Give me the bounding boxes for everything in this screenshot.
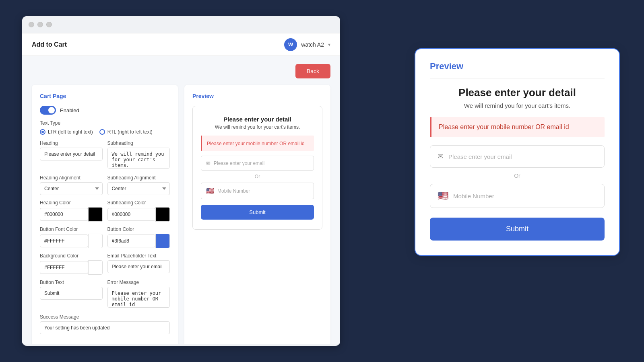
preview-panel-title: Preview (192, 93, 322, 99)
error-message-label: Error Message (107, 280, 170, 285)
subheading-color-swatch[interactable] (155, 207, 170, 222)
back-button[interactable]: Back (295, 64, 330, 78)
heading-color-input[interactable] (40, 208, 88, 221)
chevron-down-icon[interactable]: ▾ (328, 42, 330, 47)
bg-color-row (40, 260, 103, 275)
large-or-divider: Or (430, 173, 605, 179)
large-error-box: Please enter your mobile number OR email… (430, 117, 605, 137)
header-right: W watch A2 ▾ (284, 38, 330, 51)
bg-color-input[interactable] (40, 261, 88, 274)
subheading-color-group: Subheading Color (107, 200, 170, 222)
subheading-alignment-select[interactable]: Center Left Right (107, 182, 170, 195)
alignment-grid: Heading Alignment Center Left Right Subh… (40, 175, 170, 195)
bg-email-grid: Background Color Email Placeholder Text (40, 253, 170, 275)
button-font-color-input[interactable] (40, 234, 88, 247)
heading-label: Heading (40, 140, 103, 146)
button-text-group: Button Text (40, 280, 103, 309)
cart-page-panel-title: Cart Page (40, 93, 170, 99)
heading-alignment-label: Heading Alignment (40, 175, 103, 181)
preview-error-text: Please enter your mobile number OR email… (207, 141, 305, 146)
enabled-toggle[interactable] (40, 106, 56, 115)
heading-color-label: Heading Color (40, 200, 103, 206)
heading-color-row (40, 207, 103, 222)
large-phone-row: 🇺🇸 Mobile Number (430, 184, 605, 208)
error-message-textarea[interactable]: Please enter your mobile number OR email… (107, 287, 170, 308)
rtl-radio-circle[interactable] (99, 129, 105, 135)
large-preview-heading: Please enter your detail (430, 86, 605, 99)
preview-heading: Please enter your detail (201, 116, 314, 123)
subheading-alignment-group: Subheading Alignment Center Left Right (107, 175, 170, 195)
browser-titlebar (22, 16, 340, 33)
text-type-radio-row: LTR (left to right text) RTL (right to l… (40, 129, 170, 135)
large-email-row: ✉ Please enter your email (430, 145, 605, 168)
preview-subheading: We will remind you for your cart's items… (201, 124, 314, 130)
button-font-color-label: Button Font Color (40, 226, 103, 232)
success-message-input[interactable] (40, 321, 170, 334)
button-text-input[interactable] (40, 287, 103, 300)
button-color-group: Button Color (107, 226, 170, 248)
large-email-icon: ✉ (438, 152, 444, 161)
heading-color-group: Heading Color (40, 200, 103, 222)
cart-page-panel: Cart Page Enabled Text Type LTR (left to… (32, 85, 178, 344)
subheading-alignment-label: Subheading Alignment (107, 175, 170, 181)
large-submit-button[interactable]: Submit (430, 218, 605, 241)
browser-content: Add to Cart W watch A2 ▾ Back Cart Page … (22, 33, 340, 344)
two-col-layout: Cart Page Enabled Text Type LTR (left to… (32, 85, 330, 344)
app-header: Add to Cart W watch A2 ▾ (22, 33, 340, 56)
browser-dot-3 (46, 22, 52, 27)
bg-color-swatch[interactable] (88, 260, 103, 275)
button-color-input[interactable] (107, 234, 156, 247)
button-font-color-row (40, 234, 103, 248)
preview-panel: Preview Please enter your detail We will… (184, 85, 330, 344)
subheading-textarea[interactable]: We will remind you for your cart's items… (107, 148, 170, 169)
browser-window: Add to Cart W watch A2 ▾ Back Cart Page … (22, 16, 340, 346)
text-type-label: Text Type (40, 120, 170, 126)
heading-color-swatch[interactable] (88, 207, 103, 222)
subheading-field-group: Subheading We will remind you for your c… (107, 140, 170, 170)
large-preview-title: Preview (430, 61, 605, 78)
button-font-color-swatch[interactable] (88, 234, 103, 248)
preview-phone-placeholder: Mobile Number (217, 188, 250, 194)
rtl-label: RTL (right to left text) (107, 129, 153, 135)
email-placeholder-group: Email Placeholder Text (107, 253, 170, 275)
preview-or-divider: Or (201, 174, 314, 179)
heading-input[interactable] (40, 148, 103, 160)
large-preview-panel: Preview Please enter your detail We will… (415, 48, 620, 256)
avatar: W (284, 38, 297, 51)
email-icon: ✉ (206, 160, 211, 166)
button-color-label: Button Color (107, 226, 170, 232)
watch-label: watch A2 (301, 41, 324, 48)
heading-alignment-group: Heading Alignment Center Left Right (40, 175, 103, 195)
color-grid: Heading Color Subheading Color (40, 200, 170, 222)
button-error-grid: Button Text Error Message Please enter y… (40, 280, 170, 309)
subheading-color-input[interactable] (107, 208, 156, 221)
large-email-placeholder: Please enter your email (448, 153, 512, 160)
button-color-swatch[interactable] (155, 234, 170, 248)
us-flag-icon: 🇺🇸 (206, 187, 214, 195)
button-color-row (107, 234, 170, 248)
preview-error-box: Please enter your mobile number OR email… (201, 136, 314, 151)
large-preview-subheading: We will remind you for your cart's items… (430, 102, 605, 109)
ltr-radio[interactable]: LTR (left to right text) (40, 129, 93, 135)
ltr-radio-circle[interactable] (40, 129, 45, 135)
button-font-color-group: Button Font Color (40, 226, 103, 248)
subheading-label: Subheading (107, 140, 170, 146)
email-placeholder-input[interactable] (107, 260, 170, 273)
preview-submit-button[interactable]: Submit (201, 205, 314, 220)
browser-dot-2 (37, 22, 43, 27)
success-message-label: Success Message (40, 314, 170, 320)
heading-alignment-select[interactable]: Center Left Right (40, 182, 103, 195)
subheading-color-row (107, 207, 170, 222)
button-text-label: Button Text (40, 280, 103, 285)
browser-dot-1 (29, 22, 34, 27)
email-placeholder-label: Email Placeholder Text (107, 253, 170, 259)
error-message-group: Error Message Please enter your mobile n… (107, 280, 170, 309)
rtl-radio[interactable]: RTL (right to left text) (99, 129, 153, 135)
preview-phone-row: 🇺🇸 Mobile Number (201, 183, 314, 199)
enabled-toggle-row: Enabled (40, 106, 170, 115)
large-error-text: Please enter your mobile number OR email… (439, 123, 569, 130)
heading-field-group: Heading (40, 140, 103, 170)
bg-color-group: Background Color (40, 253, 103, 275)
button-color-grid: Button Font Color Button Color (40, 226, 170, 248)
large-us-flag-icon: 🇺🇸 (438, 191, 448, 201)
